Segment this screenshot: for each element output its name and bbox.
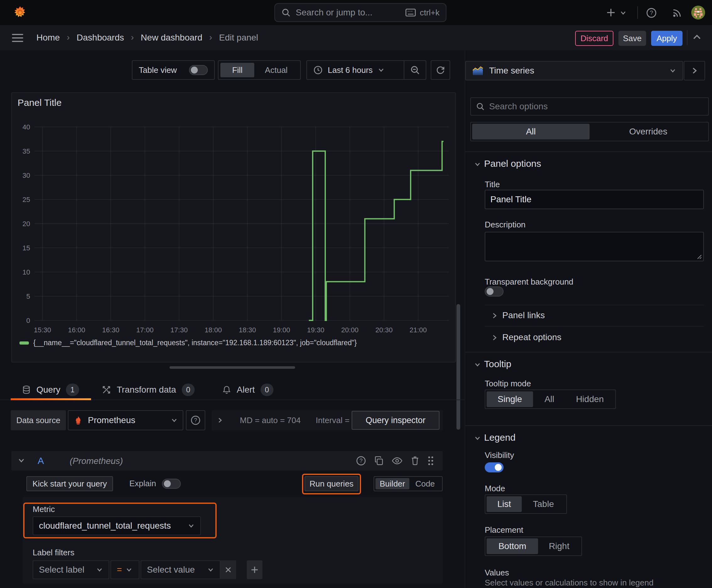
time-range-button[interactable]: Last 6 hours (307, 65, 404, 75)
section-caret-icon[interactable] (474, 161, 481, 168)
collapse-caret-icon[interactable] (18, 457, 25, 464)
add-icon[interactable] (606, 7, 616, 18)
tab-all[interactable]: All (472, 124, 589, 140)
breadcrumb-home[interactable]: Home (37, 33, 60, 43)
refresh-icon (436, 65, 445, 75)
avatar[interactable] (691, 6, 705, 19)
query-inspector-button[interactable]: Query inspector (352, 411, 439, 430)
scrollbar-thumb[interactable] (456, 304, 460, 430)
svg-text:10: 10 (23, 268, 30, 276)
query-count-badge: 1 (66, 383, 79, 396)
discard-button[interactable]: Discard (575, 31, 613, 46)
run-queries-button[interactable]: Run queries (304, 476, 359, 491)
visibility-toggle[interactable] (485, 462, 503, 472)
svg-text:18:30: 18:30 (239, 326, 256, 334)
eye-icon[interactable] (392, 456, 403, 465)
edit-panel-main: Table view Fill Actual Last 6 hours Pane… (0, 50, 465, 588)
legend-header[interactable]: Legend (484, 432, 516, 443)
mode-list[interactable]: List (487, 496, 522, 512)
zoom-out-icon (410, 65, 420, 75)
svg-text:15:30: 15:30 (34, 326, 51, 334)
metric-select[interactable]: cloudflared_tunnel_total_requests (33, 517, 201, 535)
section-caret-icon[interactable] (474, 361, 481, 368)
options-search-input[interactable]: Search options (470, 97, 709, 115)
placement-right[interactable]: Right (538, 538, 580, 554)
chart-legend[interactable]: {__name__="cloudflared_tunnel_total_requ… (19, 339, 357, 347)
table-view-switch[interactable] (189, 65, 208, 75)
description-label: Description (485, 220, 525, 230)
divider (485, 326, 704, 327)
tooltip-all[interactable]: All (533, 391, 566, 407)
breadcrumb-new-dashboard[interactable]: New dashboard (141, 33, 202, 43)
menu-icon[interactable] (12, 34, 23, 42)
resize-corner-icon (697, 254, 702, 259)
section-caret-icon[interactable] (474, 435, 481, 442)
options-tabs: All Overrides (470, 122, 709, 141)
svg-text:17:30: 17:30 (170, 326, 188, 334)
visualization-select[interactable]: Time series (465, 61, 683, 80)
apply-button[interactable]: Apply (651, 31, 683, 46)
visibility-label: Visibility (485, 450, 514, 460)
refresh-button[interactable] (431, 60, 450, 80)
panel-links-section[interactable]: Panel links (502, 310, 545, 320)
divider (465, 352, 712, 352)
mode-table[interactable]: Table (522, 496, 565, 512)
panel-options-header[interactable]: Panel options (484, 158, 541, 169)
builder-tab[interactable]: Builder (375, 478, 409, 489)
save-button[interactable]: Save (619, 31, 646, 46)
tab-transform[interactable]: Transform data 0 (102, 379, 195, 400)
divider (465, 425, 712, 426)
svg-text:19:00: 19:00 (273, 326, 290, 334)
legend-label: {__name__="cloudflared_tunnel_total_requ… (33, 339, 357, 347)
trash-icon[interactable] (411, 456, 419, 465)
tooltip-single[interactable]: Single (487, 391, 533, 407)
breadcrumb-dashboards[interactable]: Dashboards (77, 33, 124, 43)
table-view-toggle[interactable]: Table view (132, 60, 215, 80)
repeat-options-section[interactable]: Repeat options (502, 332, 561, 342)
zoom-out-button[interactable] (404, 65, 426, 75)
panel[interactable]: Panel Title 051015202530354015:3016:0016… (11, 92, 456, 362)
grafana-logo-icon[interactable] (13, 6, 27, 19)
operator-dropdown[interactable]: = (110, 560, 139, 579)
tab-query[interactable]: Query 1 (22, 379, 79, 400)
kick-start-button[interactable]: Kick start your query (26, 476, 113, 491)
explain-toggle[interactable] (162, 479, 181, 489)
values-label: Values (485, 568, 509, 578)
add-caret-icon[interactable] (620, 9, 627, 16)
datasource-help-button[interactable]: ? (186, 410, 205, 430)
news-icon[interactable] (672, 7, 683, 18)
time-series-chart[interactable]: 051015202530354015:3016:0016:3017:0017:3… (12, 93, 456, 337)
code-tab[interactable]: Code (409, 478, 441, 489)
select-value-dropdown[interactable]: Select value (141, 560, 220, 579)
actual-tab[interactable]: Actual (254, 63, 298, 77)
collapse-icon[interactable] (693, 33, 701, 41)
transparent-bg-label: Transparent background (485, 277, 573, 287)
fill-actual-group: Fill Actual (218, 60, 301, 80)
breadcrumb-separator: › (67, 33, 70, 42)
svg-text:17:00: 17:00 (136, 326, 153, 334)
close-icon (225, 566, 232, 573)
description-textarea[interactable] (485, 232, 704, 261)
tab-overrides[interactable]: Overrides (589, 124, 707, 140)
fill-tab[interactable]: Fill (220, 63, 254, 77)
datasource-select[interactable]: Prometheus (68, 410, 184, 430)
tooltip-hidden[interactable]: Hidden (566, 391, 614, 407)
query-row-header[interactable]: A (Prometheus) ? (11, 451, 443, 470)
drag-grip-icon[interactable] (428, 456, 434, 466)
query-help-icon[interactable]: ? (356, 456, 366, 466)
transparent-bg-toggle[interactable] (485, 287, 503, 296)
search-input[interactable]: Search or jump to... ctrl+k (274, 3, 447, 22)
duplicate-icon[interactable] (374, 456, 384, 465)
select-label-dropdown[interactable]: Select label (33, 560, 109, 579)
placement-bottom[interactable]: Bottom (487, 538, 538, 554)
svg-text:18:00: 18:00 (205, 326, 222, 334)
viz-picker-expand-button[interactable] (684, 61, 705, 80)
chevron-down-icon (126, 566, 132, 573)
tab-alert[interactable]: Alert 0 (222, 379, 274, 400)
help-icon[interactable]: ? (646, 7, 657, 18)
panel-title-input[interactable]: Panel Title (485, 190, 704, 209)
tooltip-header[interactable]: Tooltip (484, 359, 511, 370)
add-filter-button[interactable] (247, 560, 262, 579)
remove-filter-button[interactable] (220, 560, 236, 579)
resize-handle[interactable] (170, 366, 295, 369)
